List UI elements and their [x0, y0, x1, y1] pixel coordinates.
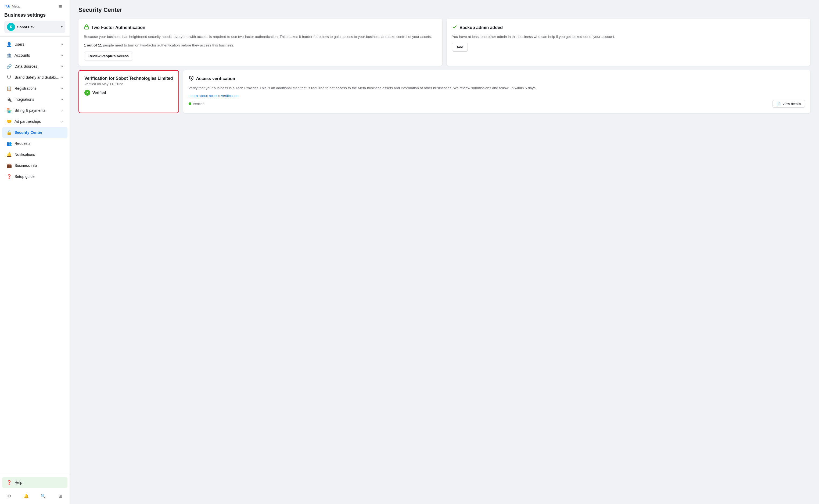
verification-title: Verification for Sobot Technologies Limi… — [84, 76, 173, 81]
verified-dot-icon — [189, 102, 191, 105]
two-fa-body1: Because your business has heightened sec… — [84, 34, 437, 39]
accounts-icon: 🏦 — [6, 53, 12, 58]
chevron-down-icon: ∨ — [61, 87, 63, 90]
two-fa-title: Two-Factor Authentication — [91, 25, 145, 30]
access-verification-header: Access verification — [189, 75, 805, 82]
add-button[interactable]: Add — [452, 43, 468, 52]
avatar: S — [7, 23, 15, 31]
sidebar-item-brand-safety[interactable]: 🛡 Brand Safety and Suitabi... ∨ — [2, 72, 67, 83]
access-verification-title: Access verification — [196, 76, 235, 81]
sidebar-item-registrations[interactable]: 📋 Registrations ∨ — [2, 83, 67, 94]
data-sources-icon: 🔗 — [6, 64, 12, 69]
users-icon: 👤 — [6, 42, 12, 47]
verification-date: Verified on May 11, 2022 — [84, 82, 173, 86]
notifications-icon: 🔔 — [6, 152, 12, 157]
svg-point-1 — [191, 78, 192, 78]
chevron-down-icon: ∨ — [61, 54, 63, 57]
sidebar-item-label: Registrations — [15, 86, 37, 91]
external-link-icon: ↗ — [61, 109, 63, 112]
sidebar-item-billing[interactable]: 🏪 Billing & payments ↗ — [2, 105, 67, 116]
sidebar-item-data-sources[interactable]: 🔗 Data Sources ∨ — [2, 61, 67, 72]
sidebar-item-label: Requests — [15, 141, 30, 146]
sidebar-item-label: Billing & payments — [15, 108, 45, 113]
sidebar-item-label: Setup guide — [15, 174, 35, 179]
bottom-cards-row: Verification for Sobot Technologies Limi… — [78, 70, 810, 113]
brand-safety-icon: 🛡 — [6, 75, 12, 80]
sidebar-item-setup-guide[interactable]: ❓ Setup guide — [2, 171, 67, 182]
integrations-icon: 🔌 — [6, 97, 12, 102]
review-access-button[interactable]: Review People's Access — [84, 52, 133, 60]
sidebar-item-label: Ad partnerships — [15, 119, 41, 124]
two-fa-card-header: Two-Factor Authentication — [84, 24, 437, 31]
checkmark-icon — [452, 24, 457, 31]
settings-icon-button[interactable]: ⚙ — [4, 491, 14, 501]
business-info-icon: 💼 — [6, 163, 12, 168]
sidebar-item-integrations[interactable]: 🔌 Integrations ∨ — [2, 94, 67, 105]
verification-card: Verification for Sobot Technologies Limi… — [78, 70, 179, 113]
top-cards-row: Two-Factor Authentication Because your b… — [78, 19, 810, 66]
sidebar-item-security-center[interactable]: 🔒 Security Center — [2, 127, 67, 138]
business-settings-title: Business settings — [4, 12, 65, 18]
external-link-icon: ↗ — [61, 120, 63, 123]
sidebar-header: Meta ≡ Business settings S Sobot Dev ▾ — [0, 0, 70, 37]
account-name: Sobot Dev — [17, 25, 61, 29]
sidebar-item-notifications[interactable]: 🔔 Notifications — [2, 149, 67, 160]
two-fa-card: Two-Factor Authentication Because your b… — [78, 19, 442, 66]
sidebar-item-label: Brand Safety and Suitabi... — [15, 75, 59, 80]
chevron-down-icon: ∨ — [61, 43, 63, 46]
bell-icon-button[interactable]: 🔔 — [21, 491, 31, 501]
requests-icon: 👥 — [6, 141, 12, 146]
verified-status-label: Verified — [193, 102, 204, 106]
sidebar-item-accounts[interactable]: 🏦 Accounts ∨ — [2, 50, 67, 61]
chevron-down-icon: ▾ — [61, 25, 63, 29]
sidebar-item-label: Users — [15, 42, 24, 46]
verified-label: Verified — [92, 91, 106, 95]
sidebar-item-label: Data Sources — [15, 64, 37, 69]
access-verification-card: Access verification Verify that your bus… — [183, 70, 810, 113]
help-icon: ❓ — [6, 480, 12, 485]
account-selector[interactable]: S Sobot Dev ▾ — [4, 21, 65, 33]
sidebar-item-label: Integrations — [15, 97, 34, 102]
sidebar-item-label: Business info — [15, 163, 37, 168]
backup-admin-body: You have at least one other admin in thi… — [452, 34, 805, 39]
meta-logo: Meta — [4, 3, 20, 9]
sidebar-item-label: Accounts — [15, 53, 30, 57]
backup-admin-card-header: Backup admin added — [452, 24, 805, 31]
chevron-down-icon: ∨ — [61, 76, 63, 79]
view-details-button[interactable]: 📄 View details — [773, 100, 805, 108]
search-icon-button[interactable]: 🔍 — [38, 491, 48, 501]
chevron-down-icon: ∨ — [61, 98, 63, 101]
main-content: Security Center Two-Factor Authenticatio… — [70, 0, 819, 504]
help-label: Help — [15, 480, 22, 485]
help-item[interactable]: ❓ Help — [2, 477, 67, 488]
sidebar: Meta ≡ Business settings S Sobot Dev ▾ 👤… — [0, 0, 70, 504]
chevron-down-icon: ∨ — [61, 65, 63, 68]
sidebar-item-requests[interactable]: 👥 Requests — [2, 138, 67, 149]
access-verification-body: Verify that your business is a Tech Prov… — [189, 85, 805, 91]
sidebar-footer: ❓ Help ⚙ 🔔 🔍 ⊞ — [0, 475, 70, 504]
sidebar-item-label: Notifications — [15, 152, 35, 157]
learn-more-link[interactable]: Learn about access verification — [189, 94, 239, 98]
view-details-label: View details — [782, 102, 801, 106]
two-fa-count: 1 out of 11 — [84, 43, 102, 47]
sidebar-item-users[interactable]: 👤 Users ∨ — [2, 39, 67, 50]
hamburger-button[interactable]: ≡ — [59, 4, 62, 9]
verified-check: ✓ Verified — [84, 90, 173, 96]
billing-icon: 🏪 — [6, 108, 12, 113]
sidebar-item-ad-partnerships[interactable]: 🤝 Ad partnerships ↗ — [2, 116, 67, 127]
two-fa-body2: 1 out of 11 people need to turn on two-f… — [84, 43, 437, 48]
sidebar-item-business-info[interactable]: 💼 Business info — [2, 160, 67, 171]
backup-admin-title: Backup admin added — [459, 25, 503, 30]
lock-icon — [84, 24, 89, 31]
registrations-icon: 📋 — [6, 86, 12, 91]
svg-rect-0 — [85, 27, 89, 29]
page-title: Security Center — [78, 6, 810, 13]
grid-icon-button[interactable]: ⊞ — [56, 491, 65, 501]
ad-partnerships-icon: 🤝 — [6, 119, 12, 124]
footer-icons: ⚙ 🔔 🔍 ⊞ — [2, 490, 67, 502]
meta-label: Meta — [12, 4, 20, 8]
setup-guide-icon: ❓ — [6, 174, 12, 179]
document-icon: 📄 — [777, 102, 781, 106]
sidebar-nav: 👤 Users ∨ 🏦 Accounts ∨ 🔗 Data Sources ∨ … — [0, 37, 70, 475]
backup-admin-card: Backup admin added You have at least one… — [447, 19, 810, 66]
